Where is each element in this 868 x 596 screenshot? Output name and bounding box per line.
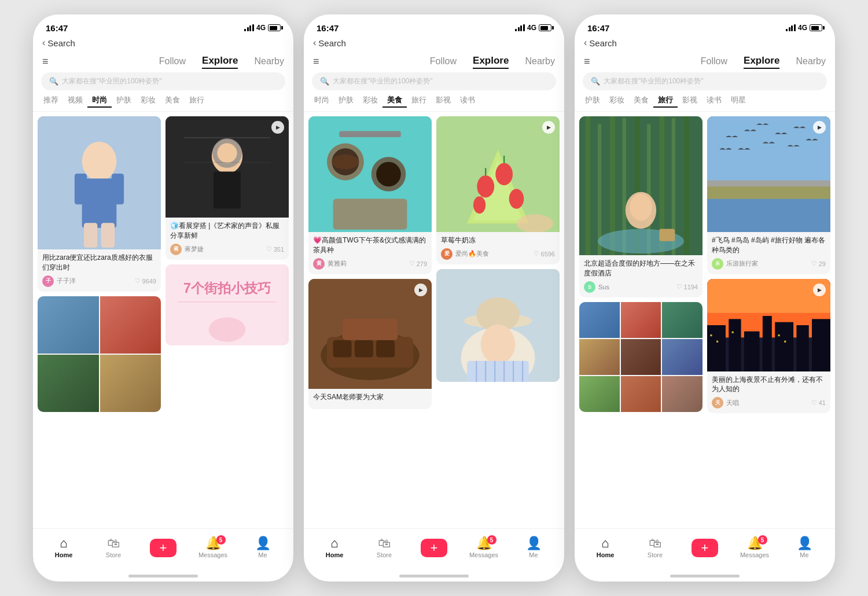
- cat-时尚[interactable]: 时尚: [87, 94, 112, 108]
- hamburger-icon-3[interactable]: ≡: [584, 56, 590, 68]
- avatar-shanghai: 天: [712, 397, 723, 409]
- tab-follow-1[interactable]: Follow: [159, 55, 186, 68]
- cat3-旅行[interactable]: 旅行: [653, 94, 678, 108]
- cat3-美食[interactable]: 美食: [629, 94, 653, 108]
- back-chevron-2[interactable]: ‹: [313, 38, 316, 48]
- card-shanghai[interactable]: ▶ 美丽的上海夜景不止有外滩，还有不为人知的 天 天唱 ♡41: [707, 279, 830, 414]
- nav-add-2[interactable]: +: [409, 539, 459, 557]
- add-button-2[interactable]: +: [421, 539, 447, 557]
- nav-add-1[interactable]: +: [138, 539, 188, 557]
- card-collage-1[interactable]: [38, 296, 161, 412]
- cat3-读书[interactable]: 读书: [702, 94, 726, 108]
- card-img-resort: [579, 116, 703, 255]
- nav-messages-2[interactable]: 🔔 5 Messages: [459, 537, 509, 558]
- card-birds[interactable]: ▶ #飞鸟 #鸟岛 #岛屿 #旅行好物 遍布各种鸟类的 乐 乐游旅行家 ♡29: [707, 116, 830, 274]
- nav-store-2[interactable]: 🛍 Store: [359, 537, 409, 558]
- cat3-影视[interactable]: 影视: [678, 94, 702, 108]
- cat2-护肤[interactable]: 护肤: [334, 94, 358, 108]
- nav-me-label-1: Me: [258, 551, 267, 558]
- cat-护肤[interactable]: 护肤: [112, 94, 136, 108]
- nav-home-2[interactable]: ⌂ Home: [310, 537, 359, 558]
- back-label-3[interactable]: Search: [589, 38, 617, 48]
- nav-me-3[interactable]: 👤 Me: [779, 537, 829, 558]
- cat3-明星[interactable]: 明星: [726, 94, 751, 108]
- back-label-2[interactable]: Search: [318, 38, 346, 48]
- card-tea[interactable]: 💗高颜值TWG下午茶&仪式感满满的茶具种 黄 黄雅莉 ♡279: [308, 116, 432, 274]
- card-resort[interactable]: 北京超适合度假的好地方——在之禾度假酒店 S Sus ♡1194: [579, 116, 703, 297]
- cat2-读书[interactable]: 读书: [455, 94, 480, 108]
- cat-旅行[interactable]: 旅行: [185, 94, 209, 108]
- cat2-美食[interactable]: 美食: [382, 94, 407, 108]
- tab-nearby-1[interactable]: Nearby: [254, 55, 284, 68]
- nav-me-2[interactable]: 👤 Me: [509, 537, 558, 558]
- card-2-2[interactable]: 7个街拍小技巧: [165, 264, 289, 345]
- nav-back-2[interactable]: ‹ Search: [304, 38, 564, 50]
- cat-推荐[interactable]: 推荐: [39, 94, 63, 108]
- store-icon-3: 🛍: [649, 537, 661, 550]
- me-icon-3: 👤: [797, 537, 812, 550]
- nav-back-3[interactable]: ‹ Search: [575, 38, 835, 50]
- card-1-1[interactable]: 用比zara便宜还比zara质感好的衣服们穿出时 子 子子洋 ♡9649: [38, 116, 161, 292]
- heart-shanghai: ♡: [811, 399, 817, 407]
- tab-explore-1[interactable]: Explore: [202, 54, 238, 69]
- home-icon-3: ⌂: [601, 537, 609, 550]
- nav-me-label-3: Me: [800, 551, 808, 558]
- svg-rect-76: [707, 325, 726, 371]
- hamburger-icon-2[interactable]: ≡: [313, 56, 319, 68]
- card-title-strawberry: 草莓牛奶冻: [441, 236, 555, 245]
- nav-store-1[interactable]: 🛍 Store: [89, 537, 138, 558]
- messages-badge-container-3: 🔔 5: [747, 537, 763, 550]
- me-icon-2: 👤: [526, 537, 542, 550]
- cat-视频[interactable]: 视频: [63, 94, 87, 108]
- nav-messages-3[interactable]: 🔔 5 Messages: [730, 537, 779, 558]
- hamburger-icon-1[interactable]: ≡: [42, 56, 49, 68]
- tab-explore-3[interactable]: Explore: [744, 54, 779, 69]
- battery-icon-1: [268, 24, 281, 31]
- cat2-时尚[interactable]: 时尚: [310, 94, 334, 108]
- card-food-video[interactable]: ▶ 今天SAM老师要为大家: [308, 279, 432, 410]
- cat2-影视[interactable]: 影视: [431, 94, 455, 108]
- nav-home-3[interactable]: ⌂ Home: [580, 537, 630, 558]
- search-bar-1[interactable]: 🔍 大家都在搜"毕业照的100种姿势": [41, 72, 285, 90]
- cat2-旅行[interactable]: 旅行: [407, 94, 431, 108]
- search-icon-2: 🔍: [320, 77, 329, 86]
- col-2-2: ▶ 草莓牛奶冻 爱 爱尚🔥美食 ♡6596: [436, 116, 560, 528]
- search-bar-3[interactable]: 🔍 大家都在搜"毕业照的100种姿势": [583, 72, 827, 90]
- cat-彩妆[interactable]: 彩妆: [136, 94, 160, 108]
- card-img-2-1: ▶: [165, 116, 289, 218]
- search-placeholder-2: 大家都在搜"毕业照的100种姿势": [333, 76, 433, 86]
- tab-explore-2[interactable]: Explore: [473, 54, 509, 69]
- back-chevron-3[interactable]: ‹: [584, 38, 587, 48]
- cat-美食[interactable]: 美食: [160, 94, 185, 108]
- tab-nearby-2[interactable]: Nearby: [525, 55, 555, 68]
- svg-rect-87: [784, 340, 786, 342]
- tab-nearby-3[interactable]: Nearby: [796, 55, 826, 68]
- search-bar-2[interactable]: 🔍 大家都在搜"毕业照的100种姿势": [312, 72, 556, 90]
- card-body-birds: #飞鸟 #鸟岛 #岛屿 #旅行好物 遍布各种鸟类的 乐 乐游旅行家 ♡29: [707, 232, 830, 274]
- nav-add-3[interactable]: +: [680, 539, 730, 557]
- back-chevron-1[interactable]: ‹: [42, 38, 45, 48]
- nav-home-1[interactable]: ⌂ Home: [39, 537, 89, 558]
- nav-back-1[interactable]: ‹ Search: [33, 38, 293, 50]
- card-grid-collage[interactable]: [579, 302, 703, 412]
- tab-follow-3[interactable]: Follow: [701, 55, 727, 68]
- add-button-3[interactable]: +: [692, 539, 718, 557]
- svg-rect-75: [707, 279, 830, 313]
- bottom-nav-1: ⌂ Home 🛍 Store + 🔔 5 Messages 👤 Me: [33, 528, 293, 570]
- tab-follow-2[interactable]: Follow: [430, 55, 457, 68]
- nav-messages-1[interactable]: 🔔 5 Messages: [188, 537, 238, 558]
- card-strawberry[interactable]: ▶ 草莓牛奶冻 爱 爱尚🔥美食 ♡6596: [436, 116, 560, 264]
- card-2-1[interactable]: ▶ 🧊看展穿搭 |《艺术家的声音》私服分享新鲜 蒋 蒋梦婕 ♡351: [165, 116, 289, 260]
- nav-home-label-3: Home: [597, 551, 615, 558]
- add-button-1[interactable]: +: [150, 539, 176, 557]
- back-label-1[interactable]: Search: [47, 38, 75, 48]
- cat3-护肤[interactable]: 护肤: [580, 94, 605, 108]
- card-title-food: 今天SAM老师要为大家: [313, 392, 427, 402]
- cat2-彩妆[interactable]: 彩妆: [358, 94, 382, 108]
- svg-rect-72: [707, 181, 830, 199]
- cat3-彩妆[interactable]: 彩妆: [605, 94, 629, 108]
- card-portrait[interactable]: [436, 269, 560, 382]
- nav-home-label-1: Home: [55, 551, 73, 558]
- nav-store-3[interactable]: 🛍 Store: [630, 537, 680, 558]
- nav-me-1[interactable]: 👤 Me: [238, 537, 288, 558]
